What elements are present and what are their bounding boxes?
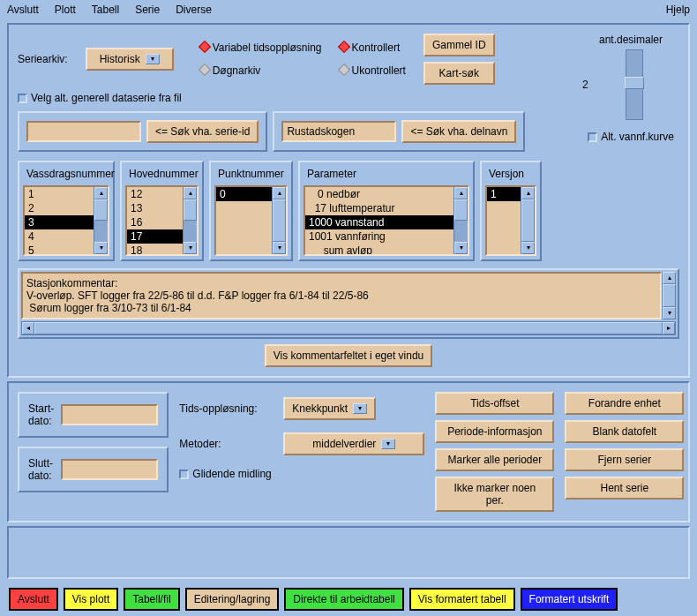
comment-vscroll[interactable]: ▴▾ [662, 272, 676, 319]
chevron-down-icon: ▾ [381, 439, 395, 449]
list-item[interactable]: 5 [25, 244, 94, 254]
menu-hjelp[interactable]: Hjelp [666, 4, 690, 16]
vis-formatert-tabell-button[interactable]: Vis formatert tabell [409, 588, 515, 611]
list-item[interactable]: 4 [25, 229, 94, 244]
marker-alle-perioder-button[interactable]: Marker alle perioder [435, 448, 554, 471]
menu-plott[interactable]: Plott [55, 4, 76, 16]
menu-bar: Avslutt Plott Tabell Serie Diverse Hjelp [0, 0, 697, 19]
listbox-parameter[interactable]: 0 nedbør 17 lufttemperatur1000 vannstand… [304, 185, 469, 256]
blank-datofelt-button[interactable]: Blank datofelt [565, 420, 684, 443]
periode-informasjon-button[interactable]: Periode-informasjon [435, 420, 554, 443]
list-item[interactable]: 2 [25, 201, 94, 215]
delnavn-input[interactable] [281, 121, 396, 142]
flag-dognarkiv[interactable]: Døgnarkiv [200, 64, 322, 77]
listbox-versjon[interactable]: 1 ▴▾ [485, 185, 536, 256]
flag-kontrollert[interactable]: Kontrollert [340, 41, 406, 54]
scrollbar[interactable]: ▴▾ [453, 187, 468, 254]
list-item[interactable]: 1001 vannføring [305, 229, 453, 244]
list-item[interactable]: 1 [487, 187, 521, 201]
direkte-til-arbeidtabell-button[interactable]: Direkte til arbeidtabell [284, 588, 403, 611]
editering-lagring-button[interactable]: Editering/lagring [185, 588, 280, 611]
list-item[interactable]: sum avløp [305, 244, 453, 254]
glidende-checkbox[interactable]: Glidende midling [179, 468, 271, 480]
start-dato-input[interactable] [61, 404, 158, 425]
seriearkiv-dropdown[interactable]: Historisk▾ [86, 48, 174, 71]
list-item[interactable]: 1 [25, 187, 94, 201]
scrollbar[interactable]: ▴▾ [521, 187, 535, 254]
slutt-dato-input[interactable] [61, 459, 158, 480]
decimals-value: 2 [582, 79, 588, 91]
list-vassdrag: Vassdragsnummer 12345 ▴▾ [18, 161, 115, 261]
menu-diverse[interactable]: Diverse [176, 4, 212, 16]
flag-variabel-tids[interactable]: Variabel tidsoppløsning [200, 41, 322, 54]
bottom-bar: AvsluttVis plottTabell/filEditering/lagr… [0, 582, 697, 616]
metoder-label: Metoder: [179, 438, 276, 450]
list-item[interactable]: 18 [127, 244, 183, 254]
list-item[interactable]: 17 [127, 229, 183, 244]
list-title: Versjon [485, 166, 536, 182]
list-item[interactable]: 1000 vannstand [305, 215, 453, 229]
ikke-marker-noen-per--button[interactable]: Ikke marker noen per. [435, 477, 554, 512]
list-item[interactable]: 13 [127, 201, 183, 215]
vis-kommentar-button[interactable]: Vis kommentarfeltet i eget vindu [265, 344, 433, 367]
menu-serie[interactable]: Serie [135, 4, 160, 16]
list-item[interactable]: 12 [127, 187, 183, 201]
list-versjon: Versjon 1 ▴▾ [480, 161, 542, 261]
tids-label: Tids-oppløsning: [179, 402, 276, 415]
menu-avslutt[interactable]: Avslutt [7, 4, 39, 16]
forandre-enhet-button[interactable]: Forandre enhet [565, 392, 684, 415]
formatert-utskrift-button[interactable]: Formatert utskrift [521, 588, 618, 611]
list-title: Parameter [304, 166, 469, 182]
output-area [7, 526, 690, 579]
alt-vannf-checkbox[interactable]: Alt. vannf.kurve [588, 131, 674, 143]
listbox-vassdrag[interactable]: 12345 ▴▾ [23, 185, 109, 256]
slutt-dato-label: Slutt-dato: [28, 457, 54, 482]
listbox-punkt[interactable]: 0 ▴▾ [214, 185, 288, 256]
sok-serie-id-button[interactable]: <= Søk vha. serie-id [146, 120, 259, 143]
scrollbar[interactable]: ▴▾ [183, 187, 197, 254]
comment-hscroll[interactable]: ◂▸ [21, 321, 676, 335]
list-title: Hovednummer [125, 166, 199, 182]
seriearkiv-label: Seriearkiv: [18, 53, 68, 65]
listbox-hoved[interactable]: 1213161718 ▴▾ [125, 185, 199, 256]
avslutt-button[interactable]: Avslutt [9, 588, 58, 611]
serie-id-input[interactable] [26, 121, 141, 142]
scrollbar[interactable]: ▴▾ [272, 187, 286, 254]
scrollbar[interactable]: ▴▾ [94, 187, 108, 254]
list-item[interactable]: 0 [216, 187, 272, 201]
metoder-dropdown[interactable]: middelverdier▾ [283, 432, 424, 455]
fjern-serier-button[interactable]: Fjern serier [565, 448, 684, 471]
decimals-label: ant.desimaler [582, 34, 679, 46]
sok-delnavn-button[interactable]: <= Søk vha. delnavn [401, 120, 516, 143]
tids-offset-button[interactable]: Tids-offset [435, 392, 554, 415]
menu-tabell[interactable]: Tabell [92, 4, 119, 16]
start-dato-label: Start-dato: [28, 402, 54, 427]
list-title: Vassdragsnummer [23, 166, 109, 182]
chevron-down-icon: ▾ [353, 403, 367, 414]
flag-ukontrollert[interactable]: Ukontrollert [340, 64, 406, 77]
kart-sok-button[interactable]: Kart-søk [423, 62, 495, 85]
list-hoved: Hovednummer 1213161718 ▴▾ [120, 161, 204, 261]
chevron-down-icon: ▾ [146, 54, 160, 64]
list-punkt: Punktnummer 0 ▴▾ [209, 161, 293, 261]
list-item[interactable]: 16 [127, 215, 183, 229]
decimals-slider[interactable] [626, 49, 643, 120]
list-item[interactable]: 17 lufttemperatur [305, 201, 453, 215]
vis-plott-button[interactable]: Vis plott [64, 588, 118, 611]
hent-serie-button[interactable]: Hent serie [565, 477, 684, 500]
list-item[interactable]: 0 nedbør [305, 187, 453, 201]
comment-textarea[interactable]: Stasjonkommentar: V-overløp. SFT logger … [21, 272, 662, 319]
tids-dropdown[interactable]: Knekkpunkt▾ [283, 397, 376, 420]
tabell-fil-button[interactable]: Tabell/fil [124, 588, 179, 611]
gammel-id-button[interactable]: Gammel ID [423, 34, 495, 56]
velg-alt-checkbox[interactable]: Velg alt. generell dataserie fra fil [18, 92, 182, 104]
list-item[interactable]: 3 [25, 215, 94, 229]
list-title: Punktnummer [214, 166, 288, 182]
list-parameter: Parameter 0 nedbør 17 lufttemperatur1000… [298, 161, 475, 261]
